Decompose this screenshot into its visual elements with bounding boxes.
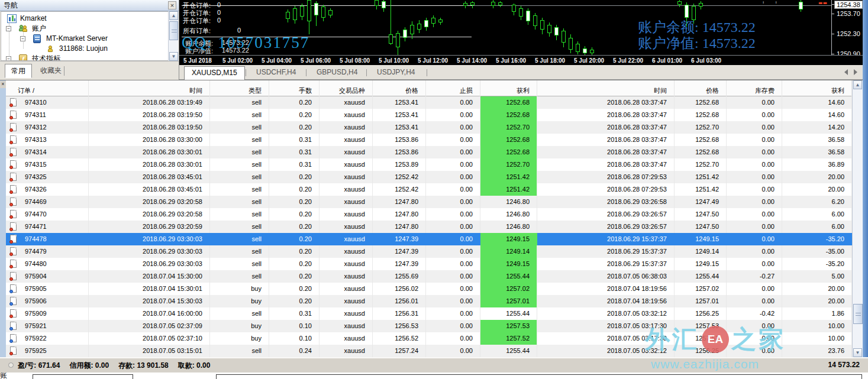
tree-expander-icon[interactable]: − [20,36,25,41]
time-axis-label: 6 Jul 03:00 [691,57,721,64]
nav-tree-item-market[interactable]: Kmarket [1,14,167,24]
tab-scroll-left-icon[interactable] [844,69,848,75]
column-header-0[interactable]: 订单 / [6,80,89,96]
tree-expander-icon[interactable]: − [6,26,11,31]
column-header-7[interactable]: 获利 [480,80,537,96]
chart-tab-usdchf-h4[interactable]: USDCHF,H4 [249,66,303,80]
tab-scroll-right-icon[interactable] [854,69,857,75]
chart-grid-line [182,5,473,6]
order-ticket-icon [10,235,17,243]
table-row[interactable]: 9743262018.06.28 03:45:01sell0.20xauusd1… [6,183,852,196]
column-header-10[interactable]: 库存费 [727,80,782,96]
column-header-1[interactable]: 时间 [89,80,210,96]
chart-tab-xauusd-m15[interactable]: XAUUSD,M15 [184,66,245,80]
scroll-up-icon[interactable]: ▲ [853,80,862,89]
nav-tab-active[interactable]: 常用 [5,64,32,78]
navigator-scrollbar[interactable]: ▲ ▼ [168,11,178,61]
candlestick [403,30,407,38]
table-row[interactable]: 9743132018.06.28 03:30:00sell0.31xauusd1… [6,134,852,146]
nav-tree-item-server[interactable]: −MT-Kmarket Server [1,34,167,44]
table-row[interactable]: 9759092018.07.04 16:00:00sell0.31xauusd1… [6,307,852,320]
table-cell: 974478 [6,233,89,245]
table-row[interactable]: 9743122018.06.28 03:19:50sell0.20xauusd1… [6,121,852,134]
chart-tab-gbpusd-h4[interactable]: GBPUSD,H4 [309,66,364,80]
table-cell: 0.00 [426,258,480,270]
table-cell: 2018.07.05 03:17:30 [537,332,675,345]
table-row[interactable]: 9759042018.07.04 15:30:00sell0.20xauusd1… [6,270,852,283]
table-row[interactable]: 9743252018.06.28 03:45:01sell0.20xauusd1… [6,171,852,183]
column-header-4[interactable]: 交易品种 [320,80,373,96]
table-row[interactable]: 9743152018.06.28 03:30:01sell0.31xauusd1… [6,158,852,171]
table-cell: sell [210,146,269,158]
scrollbar-thumb[interactable] [169,21,178,40]
table-cell: 2018.07.05 03:15:01 [89,345,210,357]
column-header-3[interactable]: 手数 [269,80,320,96]
table-cell: sell [210,158,269,171]
table-cell: 0.00 [727,171,782,183]
table-cell: 1257.24 [373,345,426,357]
table-row[interactable]: 9744792018.06.29 03:30:03sell0.20xauusd1… [6,245,852,258]
table-cell: 2018.06.29 15:37:37 [537,258,675,270]
scroll-down-icon[interactable]: ▼ [853,348,862,357]
order-ticket-icon [10,334,17,342]
scroll-down-icon[interactable]: ▼ [169,52,178,61]
order-ticket-icon [10,260,17,268]
table-cell: 1251.42 [675,183,727,196]
terminal-close-icon[interactable]: × [0,81,6,88]
table-cell: sell [210,270,269,283]
nav-tab-inactive[interactable]: 收藏夹 [34,64,67,78]
chart-window[interactable]: 开仓订单:0开仓订单:0开仓订单:0所有订单:0 账户余额:14573.22账户… [179,0,863,65]
column-header-9[interactable]: 价格 [675,80,727,96]
table-row[interactable]: 9759222018.07.05 02:37:10buy0.10xauusd12… [6,332,852,345]
table-row[interactable]: 9759052018.07.04 15:30:01buy0.20xauusd12… [6,283,852,295]
scrollbar-thumb[interactable] [853,304,863,324]
table-cell: xauusd [320,245,373,258]
nav-tree-item-indicator-f[interactable]: −ƒ技术指标 [1,54,167,61]
table-cell: 2018.06.29 03:30:03 [89,233,210,245]
candlestick [554,27,559,35]
table-row[interactable]: 9744782018.06.29 03:30:03sell0.20xauusd1… [6,233,852,245]
table-cell: buy [210,320,269,332]
column-header-2[interactable]: 类型 [210,80,269,96]
candlestick [685,5,689,18]
table-cell: -35.20 [782,233,852,245]
table-row[interactable]: 9759252018.07.05 03:15:01sell0.24xauusd1… [6,345,852,357]
table-row[interactable]: 9744702018.06.29 03:20:58sell0.20xauusd1… [6,208,852,221]
mt4-application-window: 导航 × Kmarket−账户−MT-Kmarket Server311868:… [0,0,868,379]
table-scrollbar[interactable]: ▲ ▼ [852,80,863,357]
nav-tree-item-user[interactable]: 311868: Luojun [1,44,167,54]
column-header-8[interactable]: 时间 [537,80,675,96]
column-header-5[interactable]: 价格 [373,80,426,96]
table-cell: 0.00 [426,320,480,332]
table-row[interactable]: 9743142018.06.28 03:30:01sell0.31xauusd1… [6,146,852,158]
table-row[interactable]: 9744712018.06.29 03:20:59sell0.20xauusd1… [6,221,852,233]
table-row[interactable]: 9743102018.06.28 03:19:49sell0.20xauusd1… [6,96,852,109]
chart-tab-usdjpy-h4[interactable]: USDJPY,H4 [370,66,422,80]
nav-tree-item-accounts[interactable]: −账户 [1,24,167,34]
table-cell: 2018.06.28 03:45:01 [89,183,210,196]
table-cell: 0.00 [727,283,782,295]
tree-expander-icon[interactable]: − [6,56,11,61]
table-row[interactable]: 9743112018.06.28 03:19:50sell0.20xauusd1… [6,109,852,121]
account-total-value: 14 573.22 [828,361,860,369]
table-row[interactable]: 9744692018.06.29 03:20:58sell0.20xauusd1… [6,196,852,208]
column-header-6[interactable]: 止损 [426,80,480,96]
table-cell: 0.00 [426,332,480,345]
navigator-titlebar[interactable]: 导航 × [0,0,179,11]
table-row[interactable]: 9744802018.06.29 03:30:03sell0.20xauusd1… [6,258,852,270]
price-axis[interactable]: 1254.381253.701252.301250.90 [832,0,863,55]
table-row[interactable]: 9759062018.07.04 15:30:03buy0.20xauusd12… [6,295,852,307]
chart-plot-area[interactable]: 开仓订单:0开仓订单:0开仓订单:0所有订单:0 账户余额:14573.22账户… [179,0,831,55]
candlestick [375,0,379,6]
table-row[interactable]: 9759212018.07.05 02:37:09buy0.10xauusd12… [6,320,852,332]
indicator-f-icon: ƒ [19,54,27,61]
table-cell: 2018.06.29 15:37:37 [537,245,675,258]
scroll-up-icon[interactable]: ▲ [169,11,178,20]
accounts-icon [19,24,28,33]
navigator-close-icon[interactable]: × [168,1,176,9]
table-cell: sell [210,233,269,245]
column-header-11[interactable]: 获利 [782,80,852,96]
table-cell: 1256.53 [373,320,426,332]
time-axis[interactable]: 5 Jul 20185 Jul 02:005 Jul 04:005 Jul 06… [179,55,863,65]
take-profit-cell: 1249.14 [480,245,537,258]
